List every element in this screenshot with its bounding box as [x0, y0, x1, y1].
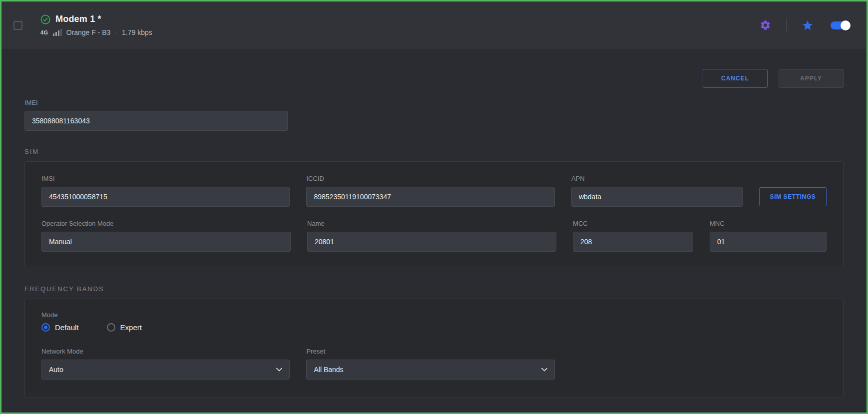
cancel-button[interactable]: CANCEL	[703, 69, 768, 88]
sim-panel: IMSI ICCID APN SIM SETTINGS Ope	[24, 161, 844, 267]
mnc-field-block: MNC	[710, 220, 827, 252]
signal-bars-icon	[53, 29, 62, 36]
modem-header: Modem 1 * 4G Orange F - B3 · 1.79 kbps	[1, 1, 867, 49]
apn-input[interactable]	[571, 187, 743, 207]
imei-field-block: IMEI	[24, 99, 288, 131]
iccid-input[interactable]	[306, 187, 554, 207]
gear-icon[interactable]	[760, 19, 771, 31]
mode-radio-group: Default Expert	[41, 323, 827, 332]
preset-label: Preset	[306, 348, 554, 355]
dot-separator: ·	[115, 28, 117, 36]
chevron-down-icon	[541, 368, 547, 372]
sim-settings-button[interactable]: SIM SETTINGS	[759, 187, 827, 206]
preset-select[interactable]: All Bands	[306, 360, 554, 380]
apn-label: APN	[571, 175, 743, 182]
header-divider	[786, 18, 787, 33]
frequency-bands-section: FREQUENCY BANDS Mode Default Expert Netw	[24, 285, 844, 398]
toggle-knob	[841, 20, 851, 30]
network-type-label: 4G	[40, 29, 48, 35]
imsi-label: IMSI	[41, 175, 290, 182]
throughput-label: 1.79 kbps	[122, 28, 152, 36]
preset-value: All Bands	[314, 366, 343, 374]
modem-settings-form: CANCEL APPLY IMEI SIM IMSI ICCID	[1, 49, 867, 398]
imsi-field-block: IMSI	[41, 175, 290, 207]
radio-selected-icon	[41, 323, 50, 332]
mode-label: Mode	[41, 311, 827, 319]
chevron-down-icon	[276, 368, 282, 372]
apn-field-block: APN	[571, 175, 743, 207]
imsi-input[interactable]	[41, 187, 290, 207]
frequency-bands-section-label: FREQUENCY BANDS	[24, 285, 844, 293]
iccid-label: ICCID	[306, 175, 554, 182]
mcc-field-block: MCC	[573, 220, 693, 252]
mcc-label: MCC	[573, 220, 693, 227]
status-ok-icon	[40, 14, 50, 24]
apply-button[interactable]: APPLY	[779, 69, 844, 88]
mnc-label: MNC	[710, 220, 827, 227]
network-mode-value: Auto	[49, 366, 63, 374]
name-input[interactable]	[307, 232, 556, 252]
modem-title: Modem 1 *	[55, 14, 101, 24]
operator-mode-input[interactable]	[41, 232, 291, 252]
modem-title-block: Modem 1 * 4G Orange F - B3 · 1.79 kbps	[40, 14, 152, 36]
form-actions: CANCEL APPLY	[24, 49, 844, 88]
radio-expert[interactable]: Expert	[107, 323, 142, 332]
sim-section-label: SIM	[24, 148, 844, 155]
operator-mode-label: Operator Selection Mode	[41, 220, 291, 227]
operator-mode-field-block: Operator Selection Mode	[41, 220, 291, 252]
network-mode-select[interactable]: Auto	[41, 360, 290, 380]
imei-input[interactable]	[24, 111, 288, 131]
radio-expert-label: Expert	[120, 323, 142, 332]
modem-select-checkbox[interactable]	[13, 21, 22, 30]
sim-section: SIM IMSI ICCID APN SIM SETTINGS	[24, 148, 844, 267]
frequency-bands-panel: Mode Default Expert Network Mode	[24, 299, 844, 398]
operator-label: Orange F - B3	[66, 28, 111, 36]
network-mode-field-block: Network Mode Auto	[41, 348, 290, 380]
radio-unselected-icon	[107, 323, 115, 332]
header-controls	[760, 18, 850, 33]
name-label: Name	[307, 220, 556, 227]
radio-default[interactable]: Default	[41, 323, 79, 332]
name-field-block: Name	[307, 220, 556, 252]
modem-settings-window: Modem 1 * 4G Orange F - B3 · 1.79 kbps	[0, 0, 868, 414]
imei-label: IMEI	[24, 99, 288, 106]
favorite-star-icon[interactable]	[802, 19, 814, 31]
preset-field-block: Preset All Bands	[306, 348, 554, 380]
mcc-input[interactable]	[573, 232, 693, 252]
frequency-dropdown-row: Network Mode Auto Preset All Bands	[41, 348, 827, 380]
radio-default-label: Default	[55, 323, 79, 332]
network-mode-label: Network Mode	[41, 348, 290, 355]
iccid-field-block: ICCID	[306, 175, 554, 207]
modem-enabled-toggle[interactable]	[831, 21, 850, 29]
mnc-input[interactable]	[710, 232, 827, 252]
